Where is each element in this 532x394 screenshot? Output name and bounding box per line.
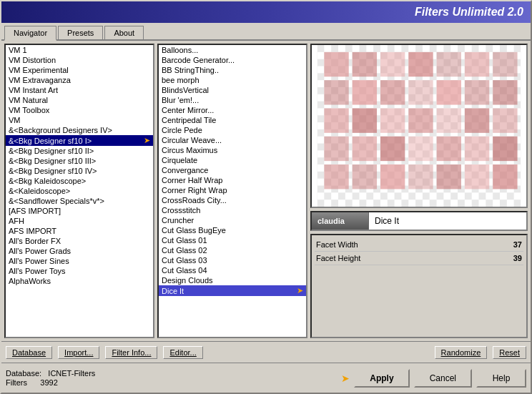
list-item[interactable]: Cirquelate: [159, 155, 306, 165]
params-area: Facet Width 37 Facet Height 39: [310, 234, 528, 338]
reset-button[interactable]: Reset: [493, 346, 526, 359]
status-bar: Database: ICNET-Filters Filters 3992: [6, 369, 341, 387]
svg-rect-5: [324, 52, 348, 77]
tab-navigator[interactable]: Navigator: [4, 26, 56, 41]
svg-rect-6: [353, 52, 377, 77]
facet-height-label: Facet Height: [316, 254, 360, 262]
list-item[interactable]: Cut Glass 04: [159, 265, 306, 275]
svg-rect-31: [465, 137, 489, 161]
svg-rect-32: [493, 137, 517, 161]
status-filters: Filters 3992: [6, 378, 341, 387]
list-item[interactable]: AlphaWorks: [6, 276, 153, 286]
database-button[interactable]: Database: [6, 346, 52, 359]
svg-rect-29: [408, 137, 433, 161]
svg-rect-14: [380, 80, 405, 104]
svg-rect-26: [324, 137, 348, 161]
tab-about[interactable]: About: [104, 26, 144, 39]
left-list-container[interactable]: VM 1 VM Distortion VM Experimental VM Ex…: [6, 45, 153, 337]
action-buttons: ➤ Apply Cancel Help: [341, 369, 526, 388]
filter-info-button[interactable]: Filter Info...: [105, 346, 157, 359]
list-item-dice[interactable]: Dice It ➤: [159, 285, 306, 296]
list-item[interactable]: CrossRoads City...: [159, 195, 306, 205]
list-item[interactable]: Convergance: [159, 165, 306, 175]
middle-filter-list: Balloons... Barcode Generator... BB Stri…: [157, 44, 307, 338]
svg-rect-10: [465, 52, 489, 77]
list-item[interactable]: VM Instant Art: [6, 85, 153, 95]
list-item[interactable]: Centripedal Tile: [159, 115, 306, 125]
apply-button[interactable]: Apply: [354, 369, 409, 388]
filter-name-label: claudia: [312, 212, 369, 230]
list-item[interactable]: Center Mirror...: [159, 105, 306, 115]
middle-list-container[interactable]: Balloons... Barcode Generator... BB Stri…: [159, 45, 306, 337]
svg-rect-13: [353, 80, 377, 104]
list-item[interactable]: Corner Right Wrap: [159, 185, 306, 195]
param-row-facet-height: Facet Height 39: [315, 252, 523, 265]
list-item[interactable]: Crossstitch: [159, 205, 306, 215]
list-item[interactable]: VM Distortion: [6, 55, 153, 65]
list-item[interactable]: All's Border FX: [6, 236, 153, 246]
list-item[interactable]: Cut Glass 02: [159, 245, 306, 255]
randomize-button[interactable]: Randomize: [435, 346, 488, 359]
list-item[interactable]: Cut Glass BugEye: [159, 225, 306, 235]
list-item[interactable]: &<Background Designers IV>: [6, 125, 153, 135]
list-item[interactable]: Corner Half Wrap: [159, 175, 306, 185]
svg-rect-30: [437, 137, 461, 161]
list-item[interactable]: Circular Weave...: [159, 135, 306, 145]
list-item[interactable]: Cut Glass 03: [159, 255, 306, 265]
list-item[interactable]: All's Power Grads: [6, 246, 153, 256]
list-item[interactable]: Circle Pede: [159, 125, 306, 135]
svg-rect-22: [408, 108, 433, 132]
list-item[interactable]: VM: [6, 115, 153, 125]
list-item[interactable]: Balloons...: [159, 45, 306, 55]
facet-width-value: 37: [513, 240, 522, 249]
list-item[interactable]: All's Power Sines: [6, 256, 153, 266]
svg-rect-37: [437, 164, 461, 189]
list-item[interactable]: &<Bkg Designer sf10 III>: [6, 156, 153, 166]
svg-rect-19: [324, 108, 348, 132]
tab-bar: Navigator Presets About: [1, 23, 531, 41]
list-item[interactable]: Cruncher: [159, 215, 306, 225]
list-item[interactable]: VM Experimental: [6, 65, 153, 75]
list-item-selected[interactable]: &<Bkg Designer sf10 I> ➤: [6, 135, 153, 146]
list-item[interactable]: BlindsVertical: [159, 85, 306, 95]
list-item[interactable]: Barcode Generator...: [159, 55, 306, 65]
list-item[interactable]: Design Clouds: [159, 275, 306, 285]
list-item[interactable]: &<Bkg Kaleidoscope>: [6, 176, 153, 186]
list-item[interactable]: VM Toolbox: [6, 105, 153, 115]
svg-rect-16: [437, 80, 461, 104]
svg-rect-8: [408, 52, 433, 77]
svg-rect-36: [408, 164, 433, 189]
list-item[interactable]: bee morph: [159, 75, 306, 85]
svg-rect-17: [465, 80, 489, 104]
list-item[interactable]: VM Natural: [6, 95, 153, 105]
svg-rect-24: [465, 108, 489, 132]
svg-rect-21: [380, 108, 405, 132]
help-button[interactable]: Help: [476, 369, 526, 388]
cancel-button[interactable]: Cancel: [414, 369, 472, 388]
list-item[interactable]: AFH: [6, 216, 153, 226]
list-item[interactable]: Circus Maximus: [159, 145, 306, 155]
svg-rect-38: [465, 164, 489, 189]
list-item[interactable]: Cut Glass 01: [159, 235, 306, 245]
list-item[interactable]: Blur 'em!...: [159, 95, 306, 105]
tab-presets[interactable]: Presets: [58, 26, 103, 39]
title-bar: Filters Unlimited 2.0: [1, 1, 531, 23]
list-item[interactable]: VM Extravaganza: [6, 75, 153, 85]
list-item[interactable]: AFS IMPORT: [6, 226, 153, 236]
svg-rect-27: [353, 137, 377, 161]
list-item[interactable]: &<Bkg Designer sf10 II>: [6, 146, 153, 156]
import-button[interactable]: Import...: [58, 346, 99, 359]
svg-rect-15: [408, 80, 433, 104]
list-item[interactable]: [AFS IMPORT]: [6, 206, 153, 216]
list-item[interactable]: &<Sandflower Specials*v*>: [6, 196, 153, 206]
list-item[interactable]: BB StringThing..: [159, 65, 306, 75]
editor-button[interactable]: Editor...: [163, 346, 202, 359]
svg-rect-18: [493, 80, 517, 104]
list-item[interactable]: VM 1: [6, 45, 153, 55]
list-item[interactable]: All's Power Toys: [6, 266, 153, 276]
filter-name-value: Dice It: [369, 214, 405, 228]
svg-rect-39: [493, 164, 517, 189]
list-item[interactable]: &<Bkg Designer sf10 IV>: [6, 166, 153, 176]
list-item[interactable]: &<Kaleidoscope>: [6, 186, 153, 196]
svg-rect-7: [380, 52, 405, 77]
